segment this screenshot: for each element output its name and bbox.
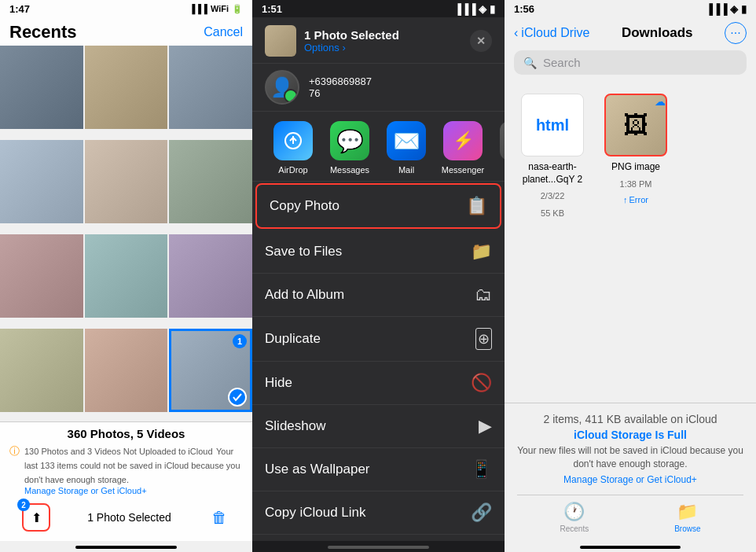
copy-photo-item[interactable]: Copy Photo 📋 bbox=[255, 183, 501, 229]
more-app[interactable]: ⋯ bbox=[491, 121, 505, 175]
battery-icon: 🔋 bbox=[232, 4, 243, 14]
hide-icon: 🚫 bbox=[471, 373, 492, 393]
storage-full-desc: Your new files will not be saved in iClo… bbox=[517, 444, 743, 471]
storage-info: 2 items, 411 KB available on iCloud bbox=[517, 413, 743, 425]
html-file-name: nasa-earth-planet...GqY 2 bbox=[517, 161, 588, 186]
status-icons-3: ▐▐▐ ◈ ▮ bbox=[706, 3, 747, 15]
share-title-text: 1 Photo Selected Options › bbox=[304, 28, 399, 53]
photos-title: Recents bbox=[9, 22, 77, 42]
photo-cell[interactable] bbox=[169, 140, 252, 223]
copy-photo-icon: 📋 bbox=[466, 196, 487, 216]
storage-warning: ⓘ 130 Photos and 3 Videos Not Uploaded t… bbox=[9, 443, 243, 495]
photo-cell[interactable] bbox=[169, 234, 252, 318]
photo-cell[interactable] bbox=[85, 234, 168, 318]
html-label: html bbox=[536, 116, 569, 134]
share-icon: ⬆ bbox=[31, 510, 42, 525]
error-label: Error bbox=[629, 195, 648, 204]
photo-cell[interactable] bbox=[85, 140, 168, 223]
tab-browse[interactable]: 📁 Browse bbox=[674, 502, 700, 533]
status-bar-2: 1:51 ▐▐▐ ◈ ▮ bbox=[252, 0, 505, 17]
signal-icon: ▐▐▐ bbox=[189, 4, 207, 13]
photos-footer: 360 Photos, 5 Videos ⓘ 130 Photos and 3 … bbox=[0, 421, 252, 541]
save-to-files-item[interactable]: Save to Files 📁 bbox=[252, 230, 505, 274]
airdrop-app[interactable]: AirDrop bbox=[265, 121, 321, 175]
icloud-back-button[interactable]: ‹ iCloud Drive bbox=[514, 26, 589, 40]
mail-app[interactable]: ✉️ Mail bbox=[378, 121, 435, 175]
photo-cell[interactable] bbox=[169, 46, 252, 129]
png-file-name: PNG image bbox=[611, 161, 660, 174]
time-2: 1:51 bbox=[262, 3, 282, 15]
more-icon: ⋯ bbox=[500, 121, 505, 160]
storage-full-title: iCloud Storage Is Full bbox=[517, 429, 743, 441]
html-file-icon: html bbox=[521, 94, 584, 156]
photo-cell[interactable] bbox=[85, 329, 168, 412]
warning-icon: ⓘ bbox=[9, 444, 20, 458]
icloud-manage-link[interactable]: Manage Storage or Get iCloud+ bbox=[517, 474, 743, 485]
copy-icloud-link-label: Copy iCloud Link bbox=[265, 505, 366, 521]
photo-cell[interactable] bbox=[0, 140, 83, 223]
status-icons-1: ▐▐▐ WiFi 🔋 bbox=[189, 4, 243, 14]
icloud-panel: 1:56 ▐▐▐ ◈ ▮ ‹ iCloud Drive Downloads ··… bbox=[505, 0, 756, 552]
battery-2: ▮ bbox=[490, 3, 495, 15]
status-icons-2: ▐▐▐ ◈ ▮ bbox=[454, 3, 495, 15]
share-button[interactable]: 2 ⬆ bbox=[22, 503, 50, 532]
add-to-album-item[interactable]: Add to Album 🗂 bbox=[252, 274, 505, 317]
slideshow-label: Slideshow bbox=[265, 418, 326, 434]
photos-count: 360 Photos, 5 Videos bbox=[9, 427, 243, 440]
wifi-3: ◈ bbox=[730, 3, 741, 15]
time-1: 1:47 bbox=[9, 3, 30, 15]
photo-cell[interactable] bbox=[85, 46, 168, 129]
contact-icon: 👤 bbox=[270, 76, 294, 98]
add-album-icon: 🗂 bbox=[475, 285, 492, 305]
trash-button[interactable]: 🗑 bbox=[208, 506, 230, 528]
messages-icon: 💬 bbox=[330, 121, 369, 160]
photo-grid bbox=[0, 46, 252, 421]
selected-photo-cell[interactable] bbox=[169, 329, 252, 412]
messages-label: Messages bbox=[330, 165, 369, 175]
tab-recents[interactable]: 🕐 Recents bbox=[560, 502, 589, 533]
toolbar-selected-label: 1 Photo Selected bbox=[87, 511, 171, 524]
status-bar-3: 1:56 ▐▐▐ ◈ ▮ bbox=[505, 0, 756, 17]
icloud-tab-bar: 🕐 Recents 📁 Browse bbox=[517, 495, 743, 539]
png-file-item[interactable]: 🖼 ☁ PNG image 1:38 PM ↑ Error bbox=[600, 94, 671, 204]
html-file-item[interactable]: html nasa-earth-planet...GqY 2 2/3/22 55… bbox=[517, 94, 588, 219]
contact-number: +639686988776 bbox=[309, 75, 372, 99]
copy-icloud-link-item[interactable]: Copy iCloud Link 🔗 bbox=[252, 491, 505, 535]
icloud-search-bar[interactable]: 🔍 Search bbox=[514, 50, 747, 75]
wifi-2: ◈ bbox=[479, 3, 490, 15]
battery-3: ▮ bbox=[741, 3, 747, 15]
hide-item[interactable]: Hide 🚫 bbox=[252, 362, 505, 405]
wallpaper-label: Use as Wallpaper bbox=[265, 462, 370, 477]
share-thumbnail bbox=[265, 25, 296, 57]
photo-cell[interactable] bbox=[0, 234, 83, 318]
contact-row[interactable]: 👤 +639686988776 bbox=[252, 64, 505, 112]
home-bar-3 bbox=[580, 546, 681, 549]
back-chevron-icon: ‹ bbox=[514, 26, 518, 40]
copy-icloud-link-icon: 🔗 bbox=[471, 502, 492, 523]
wallpaper-item[interactable]: Use as Wallpaper 📱 bbox=[252, 448, 505, 491]
icloud-nav: ‹ iCloud Drive Downloads ··· bbox=[505, 17, 756, 50]
cancel-button[interactable]: Cancel bbox=[204, 25, 243, 39]
photo-cell[interactable] bbox=[0, 329, 83, 412]
png-file-time: 1:38 PM bbox=[620, 178, 652, 190]
share-close-button[interactable]: ✕ bbox=[470, 30, 492, 52]
png-image-preview: 🖼 bbox=[623, 111, 648, 140]
home-bar-1 bbox=[75, 546, 176, 549]
duplicate-label: Duplicate bbox=[265, 331, 321, 347]
messages-app[interactable]: 💬 Messages bbox=[321, 121, 378, 175]
manage-storage-link[interactable]: Manage Storage or Get iCloud+ bbox=[24, 486, 243, 495]
mail-icon: ✉️ bbox=[387, 121, 426, 160]
search-icon: 🔍 bbox=[523, 57, 537, 69]
app-row: AirDrop 💬 Messages ✉️ Mail ⚡ Messenger ⋯ bbox=[252, 112, 505, 182]
airdrop-label: AirDrop bbox=[278, 165, 307, 175]
icloud-more-button[interactable]: ··· bbox=[725, 22, 747, 44]
share-options-link[interactable]: Options › bbox=[304, 42, 399, 53]
photo-cell[interactable] bbox=[0, 46, 83, 129]
slideshow-item[interactable]: Slideshow ▶ bbox=[252, 405, 505, 448]
adjust-date-item[interactable]: Adjust Date & Time ⌨ bbox=[252, 535, 505, 541]
share-sheet-panel: 1:51 ▐▐▐ ◈ ▮ 1 Photo Selected Options › … bbox=[252, 0, 505, 552]
messenger-app[interactable]: ⚡ Messenger bbox=[435, 121, 491, 175]
duplicate-item[interactable]: Duplicate ⊕ bbox=[252, 317, 505, 362]
home-bar-2 bbox=[328, 546, 428, 549]
icloud-spacer bbox=[505, 232, 756, 403]
